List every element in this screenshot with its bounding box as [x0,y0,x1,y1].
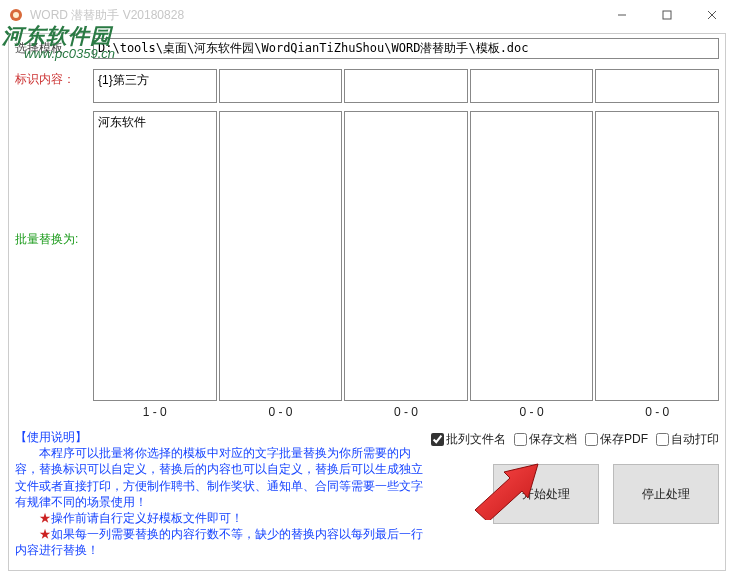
star-icon: ★ [39,511,51,525]
svg-rect-3 [663,11,671,19]
replace-box-2[interactable] [219,111,343,401]
minimize-button[interactable] [599,0,644,30]
replace-stat-1: 1 - 0 [93,401,217,423]
batch-filename-checkbox[interactable]: 批列文件名 [431,431,506,448]
save-doc-checkbox[interactable]: 保存文档 [514,431,577,448]
checkbox-row: 批列文件名 保存文档 保存PDF 自动打印 [431,429,719,458]
replace-columns: 河东软件 1 - 0 0 - 0 0 - 0 0 - 0 0 - 0 [93,111,719,423]
template-row: 选择模板 [9,34,725,61]
select-template-label: 选择模板 [15,40,93,57]
instructions-text: 【使用说明】 本程序可以批量将你选择的模板中对应的文字批量替换为你所需要的内容，… [15,429,423,559]
batch-replace-label: 批量替换为: [15,111,93,248]
identify-cell-4[interactable] [470,69,594,103]
replace-box-4[interactable] [470,111,594,401]
identify-cell-1[interactable]: {1}第三方 [93,69,217,103]
identify-cells: {1}第三方 [93,69,719,103]
batch-filename-input[interactable] [431,433,444,446]
bottom-area: 【使用说明】 本程序可以批量将你选择的模板中对应的文字批量替换为你所需要的内容，… [9,427,725,563]
replace-column-3: 0 - 0 [344,111,468,423]
identify-content-label: 标识内容： [15,69,93,88]
replace-box-1[interactable]: 河东软件 [93,111,217,401]
client-area: 选择模板 标识内容： {1}第三方 批量替换为: 河东软件 1 - 0 0 - … [8,33,726,571]
template-path-input[interactable] [93,38,719,59]
identify-cell-2[interactable] [219,69,343,103]
titlebar: WORD 潜替助手 V20180828 [0,0,734,30]
svg-point-1 [13,12,19,18]
stop-button[interactable]: 停止处理 [613,464,719,524]
save-pdf-input[interactable] [585,433,598,446]
replace-column-2: 0 - 0 [219,111,343,423]
replace-box-5[interactable] [595,111,719,401]
button-row: 开始处理 停止处理 [431,464,719,524]
replace-stat-2: 0 - 0 [219,401,343,423]
replace-column-1: 河东软件 1 - 0 [93,111,217,423]
star-icon: ★ [39,527,51,541]
identify-cell-5[interactable] [595,69,719,103]
auto-print-checkbox[interactable]: 自动打印 [656,431,719,448]
replace-box-3[interactable] [344,111,468,401]
window-title: WORD 潜替助手 V20180828 [30,7,184,24]
replace-stat-4: 0 - 0 [470,401,594,423]
identify-row: 标识内容： {1}第三方 [9,61,725,107]
right-panel: 批列文件名 保存文档 保存PDF 自动打印 开始处理 停止处理 [431,429,719,559]
auto-print-input[interactable] [656,433,669,446]
instructions-p1: 本程序可以批量将你选择的模板中对应的文字批量替换为你所需要的内容，替换标识可以自… [15,446,423,509]
close-button[interactable] [689,0,734,30]
maximize-button[interactable] [644,0,689,30]
identify-cell-3[interactable] [344,69,468,103]
replace-row: 批量替换为: 河东软件 1 - 0 0 - 0 0 - 0 0 - 0 0 - … [9,107,725,427]
replace-stat-5: 0 - 0 [595,401,719,423]
replace-column-4: 0 - 0 [470,111,594,423]
instructions-p3: 如果每一列需要替换的内容行数不等，缺少的替换内容以每列最后一行内容进行替换！ [15,527,423,557]
app-icon [8,7,24,23]
replace-stat-3: 0 - 0 [344,401,468,423]
start-button[interactable]: 开始处理 [493,464,599,524]
instructions-title: 【使用说明】 [15,430,87,444]
save-doc-input[interactable] [514,433,527,446]
save-pdf-checkbox[interactable]: 保存PDF [585,431,648,448]
instructions-p2: 操作前请自行定义好模板文件即可！ [51,511,243,525]
replace-column-5: 0 - 0 [595,111,719,423]
window-controls [599,0,734,30]
